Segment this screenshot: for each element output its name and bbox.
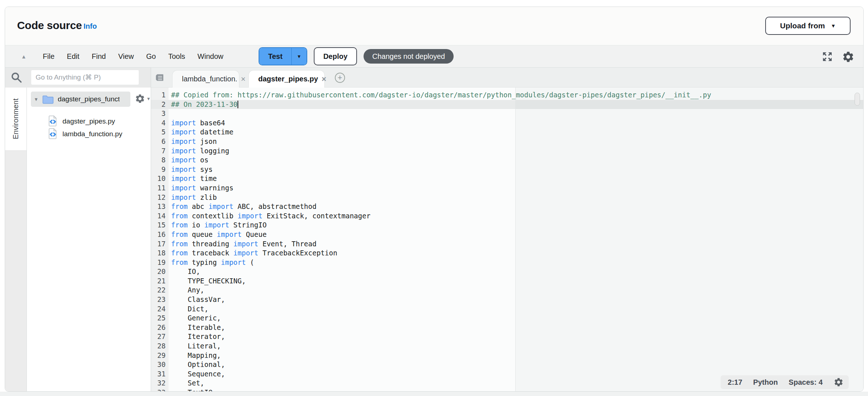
code-line-30[interactable]: 30 Optional, xyxy=(151,360,863,369)
language-mode[interactable]: Python xyxy=(753,378,778,387)
code-line-6[interactable]: 6import json xyxy=(151,137,863,146)
code-line-26[interactable]: 26 Iterable, xyxy=(151,323,863,332)
code-line-2[interactable]: 2## On 2023-11-30 xyxy=(151,100,863,109)
cursor-position[interactable]: 2:17 xyxy=(728,378,742,387)
run-cluster: Test ▼ Deploy Changes not deployed xyxy=(259,47,454,65)
code-line-1[interactable]: 1## Copied from: https://raw.githubuserc… xyxy=(151,90,863,100)
code-editor[interactable]: 1## Copied from: https://raw.githubuserc… xyxy=(151,88,863,392)
fullscreen-icon[interactable] xyxy=(822,51,833,62)
menu-items: FileEditFindViewGoToolsWindow xyxy=(37,52,230,61)
tab-lambda-function[interactable]: lambda_function. × xyxy=(172,70,239,88)
test-dropdown-button[interactable]: ▼ xyxy=(291,48,307,65)
tree-expand-caret-icon[interactable]: ▼ xyxy=(34,97,38,102)
code-line-9[interactable]: 9import sys xyxy=(151,165,863,174)
code-line-3[interactable]: 3 xyxy=(151,109,863,118)
code-line-12[interactable]: 12import zlib xyxy=(151,193,863,202)
environment-strip: Environment xyxy=(5,88,27,392)
tree-folder-label: dagster_pipes_funct xyxy=(58,95,119,103)
code-line-29[interactable]: 29 Mapping, xyxy=(151,351,863,360)
folder-icon xyxy=(42,94,54,104)
tree-settings-gear-icon[interactable]: ▼ xyxy=(135,93,151,104)
code-file-icon xyxy=(48,115,58,128)
code-line-28[interactable]: 28 Literal, xyxy=(151,342,863,351)
code-line-20[interactable]: 20 IO, xyxy=(151,267,863,276)
code-line-18[interactable]: 18from traceback import TracebackExcepti… xyxy=(151,248,863,258)
code-line-24[interactable]: 24 Dict, xyxy=(151,304,863,314)
code-line-27[interactable]: 27 Iterator, xyxy=(151,332,863,342)
test-button[interactable]: Test xyxy=(259,48,291,65)
menu-item-go[interactable]: Go xyxy=(140,52,162,61)
tab-list-icon[interactable] xyxy=(155,73,165,84)
settings-gear-icon[interactable] xyxy=(842,50,855,63)
code-line-11[interactable]: 11import warnings xyxy=(151,183,863,193)
code-line-25[interactable]: 25 Generic, xyxy=(151,314,863,323)
tab-label: lambda_function. xyxy=(182,75,237,83)
info-link[interactable]: Info xyxy=(84,22,97,31)
search-icon[interactable] xyxy=(10,71,23,85)
new-tab-button[interactable]: + xyxy=(335,73,345,83)
code-line-5[interactable]: 5import datetime xyxy=(151,128,863,137)
code-line-10[interactable]: 10import time xyxy=(151,174,863,183)
code-line-7[interactable]: 7import logging xyxy=(151,146,863,156)
environment-tab[interactable]: Environment xyxy=(5,88,27,151)
deploy-button[interactable]: Deploy xyxy=(314,47,357,65)
code-line-22[interactable]: 22 Any, xyxy=(151,286,863,295)
menu-item-tools[interactable]: Tools xyxy=(162,52,191,61)
editor-tabbar: lambda_function. × dagster_pipes.py × + xyxy=(151,68,863,88)
code-line-21[interactable]: 21 TYPE_CHECKING, xyxy=(151,276,863,286)
menu-item-edit[interactable]: Edit xyxy=(61,52,85,61)
test-split-button[interactable]: Test ▼ xyxy=(259,47,307,65)
upload-from-label: Upload from xyxy=(780,21,825,30)
code-line-14[interactable]: 14from contextlib import ExitStack, cont… xyxy=(151,211,863,221)
file-tree: ▼ dagster_pipes_funct ▼ dagster_pipes.py… xyxy=(27,88,151,392)
code-file-icon xyxy=(48,128,58,141)
menu-item-view[interactable]: View xyxy=(112,52,140,61)
collapse-menubar-icon[interactable]: ▲ xyxy=(21,53,27,60)
tree-folder-row[interactable]: ▼ dagster_pipes_funct xyxy=(31,92,130,107)
goto-anything-input[interactable] xyxy=(31,70,139,85)
sidebar-search-row xyxy=(5,68,151,88)
menu-item-file[interactable]: File xyxy=(37,52,61,61)
statusbar-gear-icon[interactable] xyxy=(833,377,844,387)
code-lines: 1## Copied from: https://raw.githubuserc… xyxy=(151,90,863,392)
environment-label: Environment xyxy=(12,98,20,139)
code-line-16[interactable]: 16from queue import Queue xyxy=(151,230,863,239)
code-line-19[interactable]: 19from typing import ( xyxy=(151,258,863,267)
code-source-panel: Code source Info Upload from ▼ ▲ FileEdi… xyxy=(5,7,864,392)
upload-from-button[interactable]: Upload from ▼ xyxy=(765,17,851,35)
code-line-23[interactable]: 23 ClassVar, xyxy=(151,295,863,304)
editor-menubar: ▲ FileEditFindViewGoToolsWindow Test ▼ D… xyxy=(5,45,863,68)
editor-scrollbar[interactable] xyxy=(855,93,860,106)
tab-label: dagster_pipes.py xyxy=(258,75,318,83)
spaces-setting[interactable]: Spaces: 4 xyxy=(789,378,823,387)
code-line-17[interactable]: 17from threading import Event, Thread xyxy=(151,239,863,249)
code-line-8[interactable]: 8import os xyxy=(151,155,863,165)
panel-header: Code source Info Upload from ▼ xyxy=(5,7,863,45)
code-line-15[interactable]: 15from io import StringIO xyxy=(151,221,863,230)
chevron-down-icon: ▼ xyxy=(146,96,151,101)
code-line-4[interactable]: 4import base64 xyxy=(151,118,863,128)
tree-file-dagster_pipes.py[interactable]: dagster_pipes.py xyxy=(48,116,115,127)
page-background xyxy=(0,392,868,396)
menu-item-window[interactable]: Window xyxy=(191,52,230,61)
close-tab-icon[interactable]: × xyxy=(237,74,246,84)
tree-file-lambda_function.py[interactable]: lambda_function.py xyxy=(48,128,122,140)
text-cursor xyxy=(238,101,238,108)
deploy-status-badge: Changes not deployed xyxy=(364,49,454,64)
tab-dagster-pipes[interactable]: dagster_pipes.py × xyxy=(248,70,325,88)
close-tab-icon[interactable]: × xyxy=(318,74,326,84)
page-title: Code source xyxy=(17,19,82,32)
chevron-down-icon: ▼ xyxy=(831,23,836,29)
code-line-13[interactable]: 13from abc import ABC, abstractmethod xyxy=(151,202,863,211)
menu-item-find[interactable]: Find xyxy=(86,52,112,61)
editor-statusbar: 2:17 Python Spaces: 4 xyxy=(721,375,849,389)
